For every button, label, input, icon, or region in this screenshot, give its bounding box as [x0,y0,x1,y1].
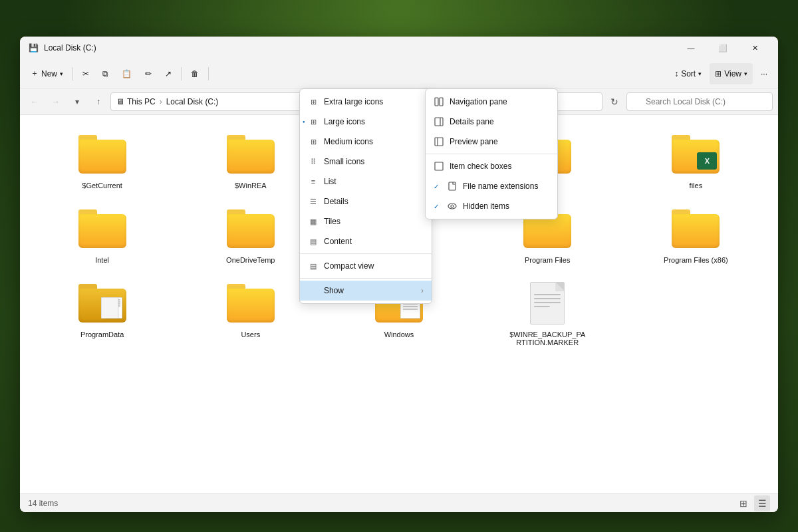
forward-button[interactable]: → [47,92,65,111]
menu-item-details-pane[interactable]: Details pane [426,112,557,132]
folder-icon-wrapper [76,280,129,327]
file-item[interactable]: $WINRE_BACKUP_PARTITION.MARKER [476,275,619,352]
copy-button[interactable]: ⧉ [97,63,114,84]
folder-icon-wrapper [224,131,277,178]
statusbar: 14 items ⊞ ☰ [20,493,778,512]
app-badge: X [697,152,717,170]
show-submenu: Navigation pane Details pane Preview pan… [425,88,558,219]
more-button[interactable]: ··· [755,63,773,84]
toolbar-sep-2 [181,67,182,80]
doc-line [534,294,561,295]
view-dropdown: ⊞ Extra large icons ⊞ Large icons ⊞ Medi… [299,88,432,304]
menu-item-compact-view[interactable]: ▤ Compact view [300,256,432,276]
close-button[interactable]: ✕ [739,37,770,59]
svg-rect-2 [435,118,443,126]
window-title: Local Disk (C:) [44,43,676,53]
new-button[interactable]: ＋ New ▾ [25,63,68,84]
menu-item-large-icons[interactable]: ⊞ Large icons [300,112,432,132]
svg-rect-4 [435,138,443,146]
file-label: ProgramData [80,331,124,338]
sort-label: Sort [681,69,696,78]
file-label: Intel [95,256,109,264]
new-label: New [41,69,57,78]
toolbar-sep-1 [72,67,73,80]
svg-rect-1 [440,98,443,106]
sort-chevron: ▾ [698,70,702,77]
folder-body [78,214,126,248]
menu-item-item-checkboxes[interactable]: Item check boxes [426,156,557,176]
menu-label-file-ext: File name extensions [463,182,549,191]
menu-label-list: List [324,177,424,186]
menu-item-preview-pane[interactable]: Preview pane [426,132,557,152]
file-item[interactable]: Program Files (x86) [624,200,767,269]
document-icon [530,282,565,325]
menu-icon-extra-large: ⊞ [308,96,319,107]
menu-icon-nav-pane [434,96,444,107]
cut-icon: ✂ [82,69,89,78]
folder-icon [78,135,126,174]
refresh-button[interactable]: ↻ [605,92,624,111]
breadcrumb-drive-label: Local Disk (C:) [166,97,219,106]
file-item[interactable]: Intel [31,200,174,269]
up-button[interactable]: ↑ [89,92,108,111]
menu-item-small-icons[interactable]: ⠿ Small icons [300,152,432,172]
sort-icon: ↕ [674,69,678,78]
maximize-button[interactable]: ⬜ [708,37,738,59]
file-item[interactable]: X files [624,126,767,195]
folder-body [78,289,126,323]
window-icon: 💾 [28,43,39,53]
menu-icon-content: ▤ [308,236,319,247]
menu-label-show: Show [324,286,416,295]
menu-label-large: Large icons [324,117,424,126]
folder-body [672,214,720,248]
new-icon: ＋ [31,68,39,79]
menu-item-extra-large[interactable]: ⊞ Extra large icons [300,92,432,112]
menu-icon-details: ☰ [308,196,319,207]
view-chevron: ▾ [744,70,747,77]
menu-item-hidden-items[interactable]: ✓ Hidden items [426,196,557,216]
paste-icon: 📋 [122,69,132,78]
menu-item-list[interactable]: ≡ List [300,172,432,192]
file-item[interactable]: ProgramData [31,275,174,352]
menu-item-content[interactable]: ▤ Content [300,231,432,251]
recent-locations-button[interactable]: ▾ [68,92,86,111]
menu-item-show[interactable]: Show › [300,281,432,301]
file-label: Users [241,331,260,338]
cut-button[interactable]: ✂ [77,63,94,84]
minimize-button[interactable]: — [676,37,706,59]
delete-button[interactable]: 🗑 [186,63,204,84]
delete-icon: 🗑 [191,69,199,78]
file-label: $WINRE_BACKUP_PARTITION.MARKER [507,331,587,346]
folder-icon-wrapper [76,131,129,178]
toolbar-sep-3 [208,67,209,80]
status-item-count: 14 items [28,499,58,508]
doc-line [534,298,561,299]
grid-view-button[interactable]: ⊞ [735,495,751,511]
folder-icon [227,209,275,248]
doc-lines [534,294,561,310]
menu-icon-show [308,285,319,296]
menu-label-checkboxes: Item check boxes [450,162,549,171]
view-button[interactable]: ⊞ View ▾ [710,63,753,84]
menu-separator-2 [300,278,432,279]
menu-item-file-extensions[interactable]: ✓ File name extensions [426,176,557,196]
menu-item-details[interactable]: ☰ Details [300,192,432,211]
menu-item-navigation-pane[interactable]: Navigation pane [426,92,557,112]
back-button[interactable]: ← [25,92,44,111]
view-label: View [724,69,741,78]
svg-point-8 [448,203,456,209]
menu-item-medium-icons[interactable]: ⊞ Medium icons [300,132,432,152]
menu-separator [300,253,432,254]
rename-button[interactable]: ✏ [140,63,157,84]
file-label: $WinREA [235,182,267,190]
details-view-button[interactable]: ☰ [754,495,770,511]
menu-icon-tiles: ▦ [308,216,319,227]
sort-button[interactable]: ↕ Sort ▾ [669,63,707,84]
menu-label-nav-pane: Navigation pane [450,97,549,106]
doc-icon-wrapper [521,280,574,327]
share-button[interactable]: ↗ [160,63,177,84]
menu-item-tiles[interactable]: ▦ Tiles [300,211,432,231]
file-item[interactable]: $GetCurrent [31,126,174,195]
search-input[interactable] [626,92,773,111]
paste-button[interactable]: 📋 [116,63,137,84]
